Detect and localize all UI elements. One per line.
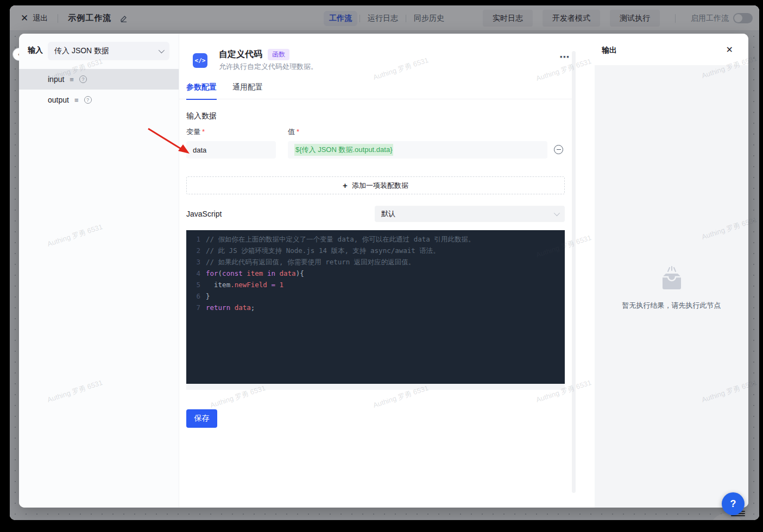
required-mark: * [297, 128, 299, 136]
js-template-value: 默认 [381, 209, 395, 219]
empty-state: 暂无执行结果，请先执行此节点 [595, 266, 748, 311]
input-panel-label: 输入 [28, 46, 43, 55]
field-name: input [48, 75, 64, 84]
code-line: 6} [186, 290, 565, 302]
code-line: 2// 此 JS 沙箱环境支持 Node.js 14 版本, 支持 async/… [186, 245, 565, 256]
variable-value: data [193, 146, 206, 154]
input-sidebar: 输入 传入 JSON 数据 input ≡ ? output ≡ ? [19, 34, 179, 508]
required-mark: * [202, 128, 205, 136]
code-line: 7return data; [186, 302, 565, 313]
value-label: 值* [288, 127, 299, 137]
drag-handle-icon[interactable]: ≡ [74, 96, 79, 104]
more-options-icon[interactable]: ⋯ [559, 51, 570, 63]
tab-parameter-config[interactable]: 参数配置 [186, 83, 217, 100]
variable-input[interactable]: data [186, 141, 276, 159]
sidebar-item-output[interactable]: output ≡ ? [19, 90, 179, 110]
code-editor[interactable]: 1// 假如你在上面的数据中定义了一个变量 data, 你可以在此通过 data… [186, 230, 565, 384]
editor-horizontal-scrollbar[interactable] [186, 384, 565, 390]
node-title: 自定义代码 [219, 49, 262, 60]
code-line: 1// 假如你在上面的数据中定义了一个变量 data, 你可以在此通过 data… [186, 233, 565, 245]
variable-label: 变量* [186, 127, 205, 137]
value-input[interactable]: ${传入 JSON 数据.output.data} [288, 141, 547, 159]
node-config-panel: </> 自定义代码 函数 允许执行自定义代码处理数据。 ⋯ 参数配置 通用配置 … [179, 34, 595, 508]
drag-handle-icon[interactable]: ≡ [70, 75, 74, 84]
plus-icon: + [343, 181, 348, 190]
output-panel: 输出 ✕ 暂无执行结果，请先执行此节点 [595, 34, 748, 508]
node-header: 自定义代码 函数 [219, 49, 289, 60]
remove-row-icon[interactable] [554, 145, 563, 154]
empty-inbox-icon [656, 266, 688, 291]
add-data-row-button[interactable]: + 添加一项装配数据 [186, 176, 565, 194]
input-data-section-label: 输入数据 [186, 111, 217, 121]
output-panel-title: 输出 [602, 46, 617, 55]
help-circle-icon: ? [79, 75, 87, 83]
help-circle-icon: ? [84, 96, 92, 104]
code-node-icon: </> [193, 53, 207, 68]
js-template-select[interactable]: 默认 [375, 206, 565, 222]
save-button[interactable]: 保存 [186, 409, 217, 428]
add-data-row-label: 添加一项装配数据 [352, 181, 408, 191]
node-type-badge: 函数 [268, 49, 289, 60]
output-panel-header: 输出 ✕ [595, 34, 748, 65]
node-config-modal: ‹ 输入 传入 JSON 数据 input ≡ ? output ≡ ? </> [19, 34, 748, 508]
javascript-label: JavaScript [186, 210, 222, 218]
chevron-down-icon [159, 47, 165, 53]
source-node-select[interactable]: 传入 JSON 数据 [48, 42, 169, 60]
code-line: 4for(const item in data){ [186, 268, 565, 279]
help-button[interactable]: ? [722, 492, 745, 515]
empty-state-text: 暂无执行结果，请先执行此节点 [595, 301, 748, 311]
node-description: 允许执行自定义代码处理数据。 [219, 62, 318, 72]
screen: ✕ 退出 示例工作流 工作流 运行日志 同步历史 实时日志 开发者模式 测试执行 [0, 0, 763, 532]
code-line: 3// 如果此代码有返回值, 你需要使用 return 返回对应的返回值。 [186, 256, 565, 268]
output-panel-body: 暂无执行结果，请先执行此节点 [595, 65, 748, 508]
source-node-value: 传入 JSON 数据 [54, 46, 109, 56]
value-token: ${传入 JSON 数据.output.data} [294, 144, 393, 156]
panel-scrollbar[interactable] [572, 51, 576, 493]
tab-general-config[interactable]: 通用配置 [232, 83, 263, 99]
chevron-down-icon [554, 210, 560, 216]
code-line: 5 item.newField = 1 [186, 279, 565, 290]
field-name: output [48, 96, 69, 104]
close-output-icon[interactable]: ✕ [726, 45, 733, 55]
sidebar-item-input[interactable]: input ≡ ? [19, 69, 179, 90]
config-tabs: 参数配置 通用配置 [179, 83, 576, 99]
